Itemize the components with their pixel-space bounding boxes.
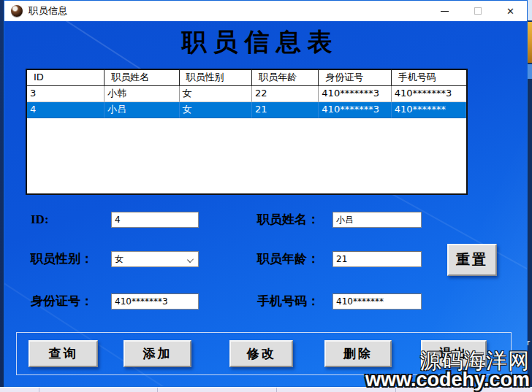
cell-phone: 410*******3 — [392, 86, 466, 102]
cell-idcard: 410*******3 — [319, 86, 391, 102]
phone-field[interactable] — [332, 293, 422, 310]
desktop-right-sliver-top — [528, 0, 532, 20]
table-row[interactable]: 3 小韩 女 22 410*******3 410*******3 — [27, 86, 466, 102]
page-title: 职员信息表 — [77, 26, 443, 59]
cell-age: 22 — [252, 86, 319, 102]
taskbar-divider — [157, 388, 158, 392]
modify-button[interactable]: 修改 — [229, 340, 293, 367]
taskbar-divider — [395, 388, 396, 392]
cell-gender: 女 — [180, 86, 252, 102]
folder-icon — [528, 22, 532, 63]
employee-table: ID 职员姓名 职员性别 职员年龄 身份证号 手机号码 3 小韩 女 22 41… — [26, 69, 468, 195]
app-icon — [11, 5, 23, 17]
name-field[interactable] — [332, 212, 422, 228]
query-button[interactable]: 查询 — [28, 340, 98, 367]
cell-gender: 女 — [180, 102, 252, 118]
chevron-down-icon — [187, 256, 194, 263]
reset-button[interactable]: 重置 — [447, 244, 497, 276]
desktop-icon-label-fragment: r — [527, 339, 532, 347]
column-header-id[interactable]: ID — [27, 70, 104, 86]
add-button[interactable]: 添加 — [123, 340, 191, 367]
gender-label: 职员性别： — [31, 251, 93, 267]
cell-age: 21 — [252, 102, 319, 118]
name-label: 职员姓名： — [257, 212, 319, 228]
id-field[interactable] — [111, 212, 199, 228]
title-bar: 职员信息 ✕ — [4, 1, 527, 21]
action-button-panel: 查询 添加 修改 删除 退出 — [16, 332, 512, 375]
table-row-selected[interactable]: 4 小吕 女 21 410*******3 410******* — [27, 102, 466, 118]
cell-idcard: 410*******3 — [319, 102, 391, 118]
column-header-gender[interactable]: 职员性别 — [180, 70, 252, 86]
column-header-age[interactable]: 职员年龄 — [252, 70, 319, 86]
taskbar-divider — [276, 388, 277, 392]
maximize-button[interactable] — [461, 1, 494, 21]
idcard-field[interactable] — [111, 293, 199, 310]
desktop-background: 职员信息 ✕ 职员信息表 ID 职 — [0, 0, 532, 392]
gender-selected-value: 女 — [115, 253, 123, 266]
gender-select[interactable]: 女 — [111, 251, 199, 267]
age-label: 职员年龄： — [257, 251, 319, 267]
minimize-icon — [441, 11, 449, 12]
window-body: 职员信息表 ID 职员姓名 职员性别 职员年龄 身份证号 手机号码 3 小韩 女… — [4, 21, 527, 386]
age-field[interactable] — [332, 251, 422, 267]
app-window: 职员信息 ✕ 职员信息表 ID 职 — [4, 0, 528, 387]
caption-buttons: ✕ — [428, 1, 527, 21]
close-button[interactable]: ✕ — [494, 1, 527, 21]
cell-name: 小韩 — [104, 86, 179, 102]
cell-name: 小吕 — [104, 102, 179, 118]
minimize-button[interactable] — [428, 1, 461, 21]
maximize-icon — [474, 7, 482, 15]
phone-label: 手机号码： — [257, 293, 319, 310]
id-label: ID: — [31, 212, 49, 228]
table-header-row: ID 职员姓名 职员性别 职员年龄 身份证号 手机号码 — [27, 70, 466, 86]
taskbar-divider — [39, 388, 39, 392]
cell-id: 4 — [27, 102, 104, 118]
column-header-phone[interactable]: 手机号码 — [392, 70, 466, 86]
delete-button[interactable]: 删除 — [324, 340, 392, 367]
taskbar-edge — [0, 387, 532, 392]
cell-phone: 410******* — [392, 102, 466, 118]
desktop-icon-fragment — [528, 64, 532, 79]
window-title: 职员信息 — [28, 4, 68, 18]
exit-button[interactable]: 退出 — [421, 340, 487, 367]
close-icon: ✕ — [506, 7, 514, 16]
cell-id: 3 — [27, 86, 104, 102]
column-header-idcard[interactable]: 身份证号 — [319, 70, 391, 86]
column-header-name[interactable]: 职员姓名 — [104, 70, 179, 86]
idcard-label: 身份证号： — [31, 293, 93, 310]
